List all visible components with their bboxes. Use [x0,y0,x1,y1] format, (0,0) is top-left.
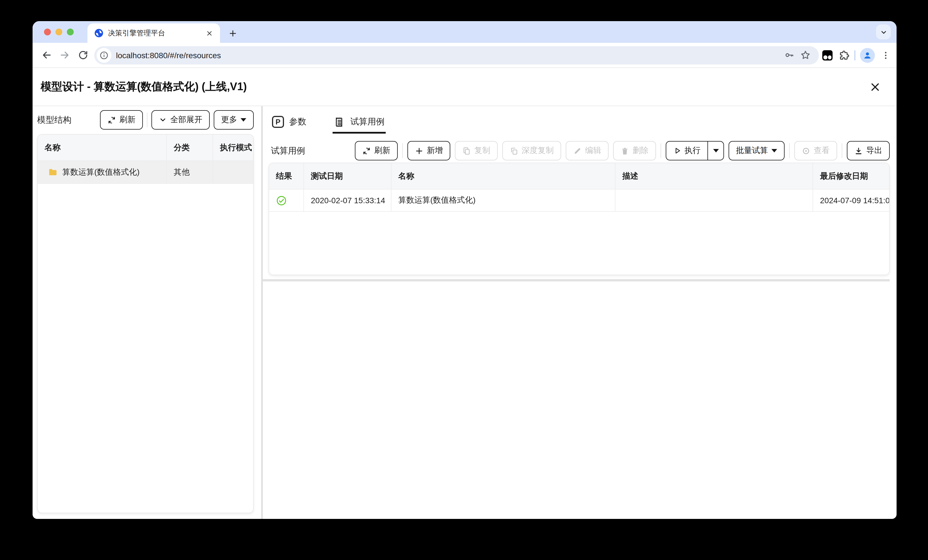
expand-all-button[interactable]: 全部展开 [151,110,210,129]
refresh-icon [362,146,371,155]
url-text[interactable]: localhost:8080/#/re/resources [116,50,781,60]
favicon [94,29,104,38]
pinned-extension-button[interactable] [822,50,833,60]
success-check-icon [276,195,287,206]
back-button[interactable] [37,46,55,64]
tab-search-button[interactable] [876,24,891,40]
deep-copy-icon [510,146,518,155]
refresh-tree-button[interactable]: 刷新 [100,110,143,129]
extension-app-icon [822,50,833,60]
export-label: 导出 [866,146,882,156]
refresh-cases-button[interactable]: 刷新 [355,141,398,160]
url-bar[interactable]: localhost:8080/#/re/resources [94,46,819,64]
parameter-icon: P [272,116,284,128]
browser-menu-button[interactable] [881,50,891,60]
add-label: 新增 [427,146,443,156]
column-category: 分类 [174,142,190,153]
copy-case-button[interactable]: 复制 [455,141,498,160]
case-name: 算数运算(数值格式化) [398,195,476,205]
play-icon [673,147,681,155]
refresh-label: 刷新 [374,146,390,156]
column-name: 名称 [398,171,414,181]
view-case-button[interactable]: 查看 [794,141,837,160]
node-name: 算数运算(数值格式化) [62,167,140,177]
deep-copy-case-button[interactable]: 深度复制 [502,141,561,160]
browser-toolbar: localhost:8080/#/re/resources [32,43,897,68]
view-icon [802,146,810,155]
dialog-close-button[interactable] [867,79,883,95]
download-icon [854,146,863,155]
horizontal-splitter[interactable] [263,279,890,282]
case-table-row[interactable]: 2020-02-07 15:33:14 算数运算(数值格式化) 2024-07-… [269,190,889,212]
browser-tab[interactable]: 决策引擎管理平台 [87,23,220,43]
reload-button[interactable] [74,46,92,64]
case-test-date: 2020-02-07 15:33:14 [311,196,385,205]
test-case-table: 结果 测试日期 名称 描述 最后修改日期 2020-02-07 15:33:14… [269,163,890,275]
new-tab-button[interactable] [224,25,241,41]
model-structure-title: 模型结构 [37,114,72,125]
model-tree-table: 名称 分类 执行模式 算数运算(数值格式化) 其他 [37,134,254,513]
node-category: 其他 [174,167,190,177]
dialog-header: 模型设计 - 算数运算(数值格式化) (上线,V1) [32,68,897,106]
tab-test-cases-label: 试算用例 [350,116,385,127]
caret-down-icon [241,118,246,122]
batch-run-button[interactable]: 批量试算 [728,141,785,160]
profile-button[interactable] [860,48,875,62]
back-icon [41,50,52,61]
column-last-modified: 最后修改日期 [820,171,868,181]
plus-icon [228,29,237,37]
button-group-divider [402,143,403,158]
forward-button[interactable] [55,46,74,64]
execute-dropdown-button[interactable] [707,142,723,160]
star-icon [800,50,810,61]
detail-panel: P 参数 试算用例 试算用例 刷新 [263,106,897,519]
extensions-button[interactable] [838,49,850,61]
export-button[interactable]: 导出 [847,141,890,160]
password-manager-button[interactable] [781,47,797,63]
tree-table-header: 名称 分类 执行模式 [38,135,253,161]
more-button[interactable]: 更多 [214,110,254,129]
screenshot-canvas: 决策引擎管理平台 localhost:8080/#/re/resources [0,0,928,560]
site-info-icon[interactable] [96,48,111,62]
deep-copy-label: 深度复制 [522,146,554,156]
copy-icon [462,146,471,155]
model-structure-panel: 模型结构 刷新 全部展开 更多 [32,106,261,519]
tab-test-cases[interactable]: 试算用例 [333,112,386,134]
caret-down-icon [771,149,777,152]
copy-label: 复制 [474,146,490,156]
reload-icon [78,50,88,61]
section-title: 试算用例 [271,145,305,156]
user-avatar-icon [862,50,873,60]
tab-title: 决策引擎管理平台 [108,28,200,38]
refresh-icon [107,116,116,124]
expand-all-label: 全部展开 [170,115,202,125]
puzzle-icon [838,49,850,61]
column-result: 结果 [276,171,292,181]
page-title: 模型设计 - 算数运算(数值格式化) (上线,V1) [41,79,247,94]
delete-case-button[interactable]: 删除 [613,141,656,160]
bookmark-button[interactable] [797,47,813,63]
case-table-header: 结果 测试日期 名称 描述 最后修改日期 [269,163,889,190]
tree-table-row[interactable]: 算数运算(数值格式化) 其他 [38,161,253,184]
tab-parameters[interactable]: P 参数 [271,112,307,134]
caret-down-icon [713,149,719,152]
button-group-divider [789,143,790,158]
column-name: 名称 [44,142,61,153]
zoom-window-button[interactable] [67,29,74,35]
receipt-list-icon [334,116,345,128]
execute-button[interactable]: 执行 [666,142,707,160]
kebab-menu-icon [881,50,891,60]
execute-label: 执行 [685,146,701,156]
folder-icon [48,167,58,177]
batch-run-label: 批量试算 [736,146,768,156]
add-case-button[interactable]: 新增 [408,141,450,160]
tab-close-button[interactable] [204,28,214,38]
view-label: 查看 [814,146,830,156]
pencil-icon [573,146,582,155]
edit-label: 编辑 [585,146,601,156]
forward-icon [59,50,70,61]
window-controls [44,29,74,35]
edit-case-button[interactable]: 编辑 [566,141,609,160]
close-window-button[interactable] [44,29,51,35]
minimize-window-button[interactable] [55,29,62,35]
